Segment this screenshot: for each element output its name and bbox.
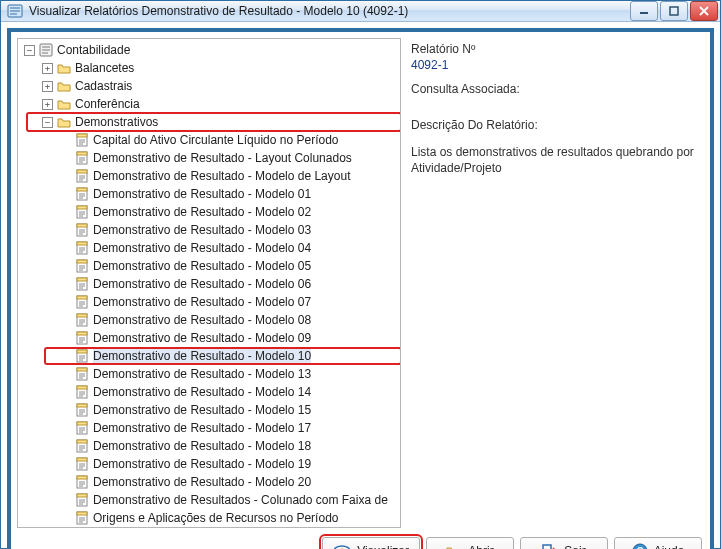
tree-node-label[interactable]: Conferência (75, 97, 140, 111)
tree-leaf[interactable]: Origens e Aplicações de Recursos no Perí… (60, 509, 400, 527)
button-label: Ajuda (654, 544, 685, 549)
tree-node-root[interactable]: − Contabilidade (24, 41, 400, 59)
expand-icon[interactable]: + (42, 63, 53, 74)
relatorio-number-link[interactable]: 4092-1 (411, 58, 698, 72)
tree-leaf-label[interactable]: Demonstrativo de Resultado - Modelo de L… (93, 169, 350, 183)
tree-leaf-label[interactable]: Demonstrativo de Resultado - Modelo 19 (93, 457, 311, 471)
tree-leaf[interactable]: Demonstrativo de Resultado - Modelo 02 (60, 203, 400, 221)
sair-button[interactable]: Sair (520, 537, 608, 549)
svg-rect-78 (77, 368, 87, 371)
svg-rect-73 (77, 350, 87, 353)
button-bar: Visualizar Abrir Sair ? Ajuda (17, 528, 704, 549)
tree-leaf-label[interactable]: Demonstrativo de Resultado - Modelo 04 (93, 241, 311, 255)
svg-rect-68 (77, 332, 87, 335)
tree-leaf[interactable]: Demonstrativo de Resultado - Modelo 13 (60, 365, 400, 383)
tree-node-label[interactable]: Contabilidade (57, 43, 130, 57)
maximize-button[interactable] (660, 1, 688, 21)
tree-leaf-label[interactable]: Demonstrativo de Resultado - Modelo 14 (93, 385, 311, 399)
tree-leaf-label[interactable]: Demonstrativo de Resultado - Modelo 06 (93, 277, 311, 291)
tree-leaf-label[interactable]: Demonstrativo de Resultado - Modelo 15 (93, 403, 311, 417)
tree-node-demonstrativos[interactable]: − Demonstrativos (42, 113, 400, 131)
titlebar[interactable]: Visualizar Relatórios Demonstrativo de R… (1, 1, 720, 22)
tree-leaf-label[interactable]: Demonstrativo de Resultado - Modelo 05 (93, 259, 311, 273)
svg-rect-43 (77, 242, 87, 245)
tree-node-label[interactable]: Balancetes (75, 61, 134, 75)
tree-leaf-label[interactable]: Demonstrativo de Resultados - Colunado c… (93, 493, 388, 507)
tree-node-balancetes[interactable]: + Balancetes (42, 59, 400, 77)
content-inner: − Contabilidade + (7, 28, 714, 549)
visualizar-button[interactable]: Visualizar (322, 537, 420, 549)
tree-leaf[interactable]: Demonstrativo de Resultado - Modelo de L… (60, 167, 400, 185)
tree-leaf[interactable]: Demonstrativo de Resultado - Modelo 18 (60, 437, 400, 455)
tree-leaf-label[interactable]: Demonstrativo de Resultado - Modelo 20 (93, 475, 311, 489)
tree-leaf[interactable]: Demonstrativo de Resultado - Modelo 09 (60, 329, 400, 347)
tree-node-label[interactable]: Cadastrais (75, 79, 132, 93)
ajuda-button[interactable]: ? Ajuda (614, 537, 702, 549)
tree-leaf-label[interactable]: Demonstrativo de Resultado - Modelo 01 (93, 187, 311, 201)
svg-rect-13 (77, 134, 87, 137)
folder-icon (57, 79, 71, 93)
tree-leaf-label[interactable]: Demonstrativo de Resultado - Modelo 08 (93, 313, 311, 327)
tree-leaf[interactable]: Capital do Ativo Circulante Líquido no P… (60, 131, 400, 149)
svg-rect-5 (670, 7, 678, 15)
tree-leaf-label[interactable]: Demonstrativo de Resultado - Modelo 07 (93, 295, 311, 309)
report-tree[interactable]: − Contabilidade + (20, 41, 400, 527)
detail-pane: Relatório Nº 4092-1 Consulta Associada: … (409, 38, 704, 528)
content-outer: − Contabilidade + (1, 22, 720, 549)
tree-pane[interactable]: − Contabilidade + (17, 38, 401, 528)
tree-leaf[interactable]: Demonstrativo de Resultado - Modelo 14 (60, 383, 400, 401)
tree-leaf-label[interactable]: Demonstrativo de Resultado - Modelo 03 (93, 223, 311, 237)
tree-leaf[interactable]: Demonstrativo de Resultado - Modelo 20 (60, 473, 400, 491)
tree-leaf-label[interactable]: Demonstrativo de Resultado - Modelo 02 (93, 205, 311, 219)
tree-leaf[interactable]: Demonstrativo de Resultado - Modelo 06 (60, 275, 400, 293)
svg-rect-28 (77, 188, 87, 191)
report-icon (75, 475, 89, 489)
report-icon (75, 187, 89, 201)
window-buttons (630, 1, 718, 21)
svg-rect-108 (77, 476, 87, 479)
button-label: Sair (564, 544, 585, 549)
tree-node-cadastrais[interactable]: + Cadastrais (42, 77, 400, 95)
tree-leaf[interactable]: Demonstrativo de Resultado - Modelo 05 (60, 257, 400, 275)
tree-leaf-label[interactable]: Demonstrativo de Resultado - Modelo 13 (93, 367, 311, 381)
tree-leaf-label[interactable]: Demonstrativo de Resultado - Modelo 09 (93, 331, 311, 345)
collapse-icon[interactable]: − (24, 45, 35, 56)
expand-icon[interactable]: + (42, 99, 53, 110)
tree-leaf[interactable]: Demonstrativo de Resultado - Modelo 10 (60, 347, 400, 365)
tree-node-label[interactable]: Demonstrativos (75, 115, 158, 129)
panes: − Contabilidade + (17, 38, 704, 528)
tree-leaf-label[interactable]: Demonstrativo de Resultado - Layout Colu… (93, 151, 352, 165)
collapse-icon[interactable]: − (42, 117, 53, 128)
tree-leaf-label[interactable]: Demonstrativo de Resultado - Modelo 18 (93, 439, 311, 453)
tree-leaf[interactable]: Demonstrativo de Resultado - Modelo 01 (60, 185, 400, 203)
tree-leaf[interactable]: Demonstrativo de Resultado - Modelo 03 (60, 221, 400, 239)
tree-leaf[interactable]: Demonstrativo de Resultado - Modelo 04 (60, 239, 400, 257)
tree-leaf[interactable]: Demonstrativo de Resultado - Modelo 17 (60, 419, 400, 437)
tree-leaf[interactable]: Demonstrativo de Resultado - Layout Colu… (60, 149, 400, 167)
svg-rect-33 (77, 206, 87, 209)
tree-leaf-label[interactable]: Demonstrativo de Resultado - Modelo 10 (93, 349, 311, 363)
tree-leaf[interactable]: Demonstrativo de Resultado - Modelo 08 (60, 311, 400, 329)
report-icon (75, 439, 89, 453)
report-icon (75, 277, 89, 291)
abrir-button[interactable]: Abrir (426, 537, 514, 549)
minimize-button[interactable] (630, 1, 658, 21)
svg-rect-118 (77, 512, 87, 515)
expand-icon[interactable]: + (42, 81, 53, 92)
report-icon (75, 457, 89, 471)
exit-icon (542, 544, 558, 549)
tree-leaf-label[interactable]: Demonstrativo de Resultado - Modelo 17 (93, 421, 311, 435)
descricao-label: Descrição Do Relatório: (411, 118, 698, 132)
tree-leaf[interactable]: Demonstrativo de Resultado - Modelo 15 (60, 401, 400, 419)
tree-leaf-label[interactable]: Origens e Aplicações de Recursos no Perí… (93, 511, 338, 525)
report-icon (75, 169, 89, 183)
tree-leaf[interactable]: Demonstrativo de Resultado - Modelo 19 (60, 455, 400, 473)
tree-leaf[interactable]: Demonstrativo de Resultado - Modelo 07 (60, 293, 400, 311)
close-button[interactable] (690, 1, 718, 21)
tree-leaf[interactable]: Demonstrativo de Resultados - Colunado c… (60, 491, 400, 509)
svg-rect-53 (77, 278, 87, 281)
report-icon (75, 205, 89, 219)
svg-rect-18 (77, 152, 87, 155)
tree-leaf-label[interactable]: Capital do Ativo Circulante Líquido no P… (93, 133, 339, 147)
tree-node-conferencia[interactable]: + Conferência (42, 95, 400, 113)
